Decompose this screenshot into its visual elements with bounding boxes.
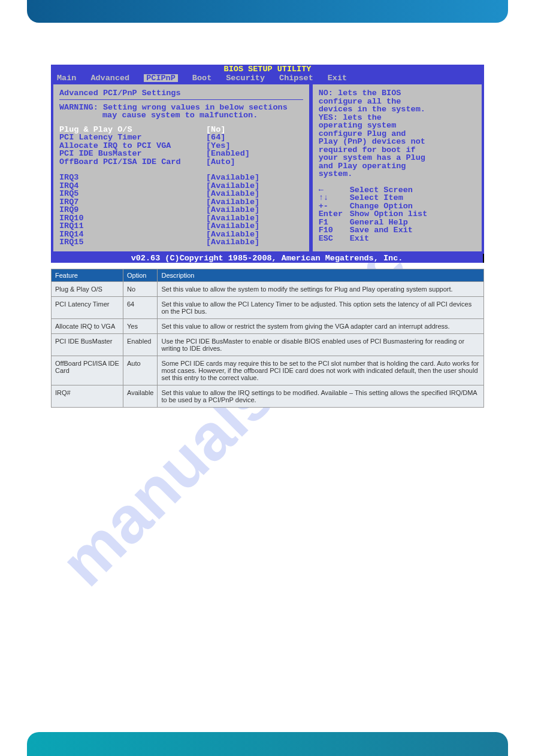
- nav-row: F1 General Help: [319, 218, 476, 227]
- bios-footer: v02.63 (C)Copyright 1985-2008, American …: [51, 254, 484, 263]
- bios-option[interactable]: Allocate IRQ to PCI VGA [Yes]: [59, 142, 303, 150]
- bios-irq-option[interactable]: IRQ15 [Available]: [59, 238, 303, 247]
- nav-key: Enter: [319, 210, 350, 218]
- bios-option-highlight[interactable]: Plug & Play O/S [No]: [59, 126, 303, 134]
- menu-chipset[interactable]: Chipset: [279, 74, 313, 83]
- bios-irq-option[interactable]: IRQ7 [Available]: [59, 198, 303, 207]
- spacer: [319, 178, 476, 186]
- option-value: [Available]: [206, 238, 303, 247]
- nav-desc: Change Option: [350, 202, 413, 211]
- help-line: configure Plug and: [319, 130, 476, 138]
- cell-desc: Set this value to allow or restrict the …: [158, 319, 484, 334]
- option-label: IRQ14: [59, 230, 206, 239]
- option-label: IRQ5: [59, 190, 206, 198]
- table-header-row: Feature Option Description: [52, 269, 484, 282]
- bios-irq-option[interactable]: IRQ3 [Available]: [59, 174, 303, 182]
- option-value: [Available]: [206, 174, 303, 182]
- option-label: IRQ10: [59, 214, 206, 223]
- option-label: IRQ9: [59, 206, 206, 214]
- divider: [59, 99, 303, 100]
- option-label: Allocate IRQ to PCI VGA: [59, 142, 206, 150]
- cell-feature: Plug & Play O/S: [52, 282, 123, 297]
- option-value: [No]: [206, 126, 303, 134]
- menu-boot[interactable]: Boot: [192, 74, 211, 83]
- help-line: NO: lets the BIOS: [319, 89, 476, 98]
- nav-key: ←: [319, 186, 350, 195]
- bios-title: BIOS SETUP UTILITY: [51, 65, 484, 74]
- option-label: PCI Latency Timer: [59, 133, 206, 142]
- help-line: operating system: [319, 122, 476, 130]
- option-value: [Available]: [206, 230, 303, 239]
- menu-advanced[interactable]: Advanced: [90, 74, 129, 83]
- spacer: [59, 166, 303, 174]
- nav-row: ← Select Screen: [319, 186, 476, 195]
- help-line: YES: lets the: [319, 114, 476, 122]
- nav-desc: Select Item: [350, 194, 403, 202]
- nav-key: F1: [319, 218, 350, 227]
- cell-option: Available: [123, 385, 158, 408]
- option-value: [Available]: [206, 214, 303, 223]
- menu-security[interactable]: Security: [226, 74, 265, 83]
- help-line: your system has a Plug: [319, 154, 476, 162]
- nav-desc: Select Screen: [350, 186, 413, 195]
- bios-left-pane: Advanced PCI/PnP Settings WARNING: Setti…: [53, 84, 309, 251]
- cell-feature: IRQ#: [52, 385, 123, 408]
- option-label: IRQ15: [59, 238, 206, 247]
- nav-row: +- Change Option: [319, 202, 476, 211]
- bios-irq-option[interactable]: IRQ9 [Available]: [59, 206, 303, 214]
- nav-desc: General Help: [350, 218, 408, 227]
- cell-option: Yes: [123, 319, 158, 334]
- bios-option[interactable]: PCI IDE BusMaster [Enabled]: [59, 150, 303, 158]
- cell-desc: Use the PCI IDE BusMaster to enable or d…: [158, 334, 484, 356]
- bios-irq-option[interactable]: IRQ14 [Available]: [59, 230, 303, 239]
- table-row: IRQ# Available Set this value to allow t…: [52, 385, 484, 408]
- bios-body: Advanced PCI/PnP Settings WARNING: Setti…: [51, 82, 484, 254]
- help-line: devices in the system.: [319, 105, 476, 114]
- bios-option[interactable]: OffBoard PCI/ISA IDE Card [Auto]: [59, 158, 303, 166]
- nav-desc: Exit: [350, 235, 369, 243]
- option-value: [Available]: [206, 182, 303, 190]
- option-value: [Available]: [206, 206, 303, 214]
- menu-pcipnp[interactable]: PCIPnP: [144, 74, 178, 83]
- option-label: PCI IDE BusMaster: [59, 150, 206, 158]
- bios-irq-option[interactable]: IRQ10 [Available]: [59, 214, 303, 223]
- bios-option[interactable]: PCI Latency Timer [64]: [59, 133, 303, 142]
- menu-exit[interactable]: Exit: [328, 74, 347, 83]
- nav-desc: Save and Exit: [350, 226, 413, 235]
- bios-irq-option[interactable]: IRQ4 [Available]: [59, 182, 303, 190]
- cell-feature: PCI Latency Timer: [52, 297, 123, 319]
- option-value: [Yes]: [206, 142, 303, 150]
- help-line: configure all the: [319, 98, 476, 106]
- option-value: [64]: [206, 133, 303, 142]
- settings-table: Feature Option Description Plug & Play O…: [51, 269, 484, 408]
- option-label: IRQ11: [59, 222, 206, 230]
- option-value: [Available]: [206, 198, 303, 207]
- table-row: PCI Latency Timer 64 Set this value to a…: [52, 297, 484, 319]
- nav-row: ↑↓ Select Item: [319, 194, 476, 202]
- nav-row: F10 Save and Exit: [319, 226, 476, 235]
- option-label: IRQ4: [59, 182, 206, 190]
- nav-row: ESC Exit: [319, 235, 476, 243]
- nav-key: ↑↓: [319, 194, 350, 202]
- cell-option: No: [123, 282, 158, 297]
- footer-bar: [27, 732, 508, 756]
- bios-right-pane: NO: lets the BIOS configure all the devi…: [313, 84, 482, 251]
- option-value: [Auto]: [206, 158, 303, 166]
- cell-desc: Set this value to allow the system to mo…: [158, 282, 484, 297]
- table-row: PCI IDE BusMaster Enabled Use the PCI ID…: [52, 334, 484, 356]
- bios-irq-option[interactable]: IRQ11 [Available]: [59, 222, 303, 230]
- warning-text-2: may cause system to malfunction.: [102, 111, 258, 120]
- menu-main[interactable]: Main: [57, 74, 76, 83]
- header-option: Option: [123, 269, 158, 282]
- table-row: Plug & Play O/S No Set this value to all…: [52, 282, 484, 297]
- bios-nav-help: ← Select Screen ↑↓ Select Item +- Change…: [319, 186, 476, 243]
- cell-option: Auto: [123, 356, 158, 385]
- nav-key: F10: [319, 226, 350, 235]
- cell-desc: Set this value to allow the PCI Latency …: [158, 297, 484, 319]
- option-label: IRQ7: [59, 198, 206, 207]
- bios-warning: WARNING: Setting wrong values in below s…: [59, 104, 303, 120]
- option-label: OffBoard PCI/ISA IDE Card: [59, 158, 206, 166]
- table-row: OffBoard PCI/ISA IDE Card Auto Some PCI …: [52, 356, 484, 385]
- bios-irq-option[interactable]: IRQ5 [Available]: [59, 190, 303, 198]
- bios-setup: BIOS SETUP UTILITY Main Advanced PCIPnP …: [51, 65, 484, 263]
